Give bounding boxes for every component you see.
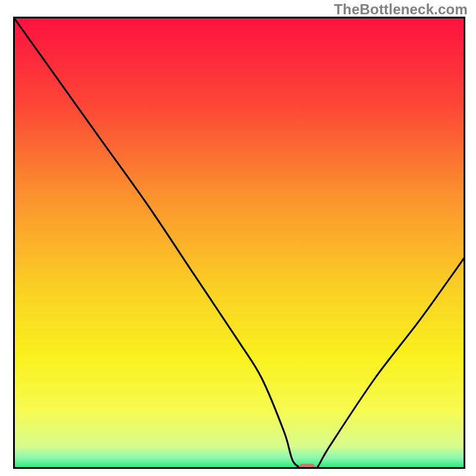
chart-svg <box>13 17 465 469</box>
bottleneck-chart <box>13 17 465 469</box>
watermark-text: TheBottleneck.com <box>334 1 468 18</box>
chart-container: TheBottleneck.com <box>0 0 476 476</box>
gradient-background <box>13 17 465 469</box>
